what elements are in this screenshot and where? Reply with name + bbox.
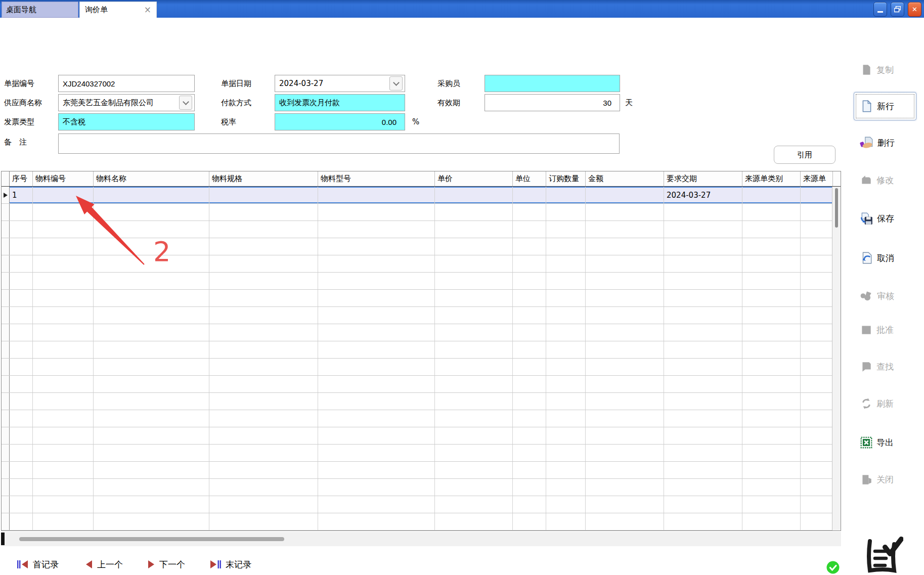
table-cell[interactable] (742, 341, 801, 358)
table-cell[interactable] (546, 445, 586, 461)
table-cell[interactable] (513, 324, 546, 341)
table-cell[interactable]: 1 (10, 187, 33, 203)
first-record-button[interactable]: 首记录 (17, 556, 59, 572)
table-cell[interactable] (209, 238, 318, 255)
table-cell[interactable] (435, 307, 513, 324)
table-cell[interactable] (586, 324, 664, 341)
table-cell[interactable] (513, 496, 546, 513)
row-gutter[interactable] (2, 341, 10, 358)
supplier-combo[interactable]: 东莞美艺五金制品有限公司 (58, 94, 195, 111)
table-cell[interactable] (546, 290, 586, 306)
col-header-required-date[interactable]: 要求交期 (664, 171, 742, 186)
table-cell[interactable] (10, 238, 33, 255)
table-cell[interactable] (801, 307, 833, 324)
horizontal-scrollbar-thumb[interactable] (19, 537, 284, 541)
table-cell[interactable] (318, 187, 435, 203)
table-cell[interactable] (664, 273, 742, 289)
row-gutter[interactable] (2, 273, 10, 289)
payment-field[interactable]: 收到发票次月付款 (275, 94, 405, 111)
table-cell[interactable] (94, 427, 209, 444)
row-gutter[interactable] (2, 496, 10, 513)
doc-no-input[interactable] (58, 75, 195, 92)
table-cell[interactable] (318, 376, 435, 392)
table-cell[interactable] (318, 341, 435, 358)
chevron-down-icon[interactable] (389, 76, 403, 91)
table-cell[interactable] (742, 204, 801, 220)
table-cell[interactable] (209, 273, 318, 289)
table-cell[interactable] (209, 221, 318, 238)
table-cell[interactable] (33, 273, 94, 289)
table-cell[interactable] (94, 513, 209, 530)
table-cell[interactable] (435, 290, 513, 306)
table-cell[interactable] (10, 376, 33, 392)
table-cell[interactable] (801, 273, 833, 289)
table-cell[interactable] (586, 341, 664, 358)
table-cell[interactable] (209, 479, 318, 496)
table-cell[interactable] (513, 238, 546, 255)
table-cell[interactable] (513, 410, 546, 427)
table-cell[interactable] (94, 204, 209, 220)
restore-button[interactable] (891, 2, 904, 17)
table-cell[interactable] (435, 376, 513, 392)
table-cell[interactable] (664, 479, 742, 496)
table-cell[interactable] (801, 221, 833, 238)
table-cell[interactable] (33, 410, 94, 427)
table-cell[interactable] (801, 238, 833, 255)
table-cell[interactable] (33, 359, 94, 375)
table-cell[interactable] (546, 187, 586, 203)
table-row[interactable] (2, 324, 841, 341)
table-row[interactable] (2, 479, 841, 496)
table-cell[interactable] (33, 445, 94, 461)
row-gutter[interactable] (2, 462, 10, 478)
table-cell[interactable] (742, 393, 801, 410)
table-cell[interactable] (94, 341, 209, 358)
table-cell[interactable] (664, 290, 742, 306)
table-cell[interactable] (513, 221, 546, 238)
table-cell[interactable] (801, 513, 833, 530)
table-cell[interactable] (318, 410, 435, 427)
table-cell[interactable] (801, 427, 833, 444)
table-cell[interactable] (33, 204, 94, 220)
table-cell[interactable] (801, 410, 833, 427)
table-cell[interactable] (801, 341, 833, 358)
table-cell[interactable] (546, 479, 586, 496)
table-cell[interactable] (801, 462, 833, 478)
row-gutter[interactable] (2, 410, 10, 427)
table-cell[interactable] (664, 324, 742, 341)
last-record-button[interactable]: 末记录 (209, 556, 251, 572)
col-header-material-name[interactable]: 物料名称 (94, 171, 209, 186)
table-cell[interactable] (801, 255, 833, 272)
table-cell[interactable] (513, 427, 546, 444)
row-gutter[interactable] (2, 359, 10, 375)
table-cell[interactable] (664, 341, 742, 358)
table-cell[interactable] (586, 410, 664, 427)
table-cell[interactable] (513, 187, 546, 203)
table-cell[interactable] (318, 255, 435, 272)
minimize-button[interactable] (873, 2, 887, 17)
table-cell[interactable] (10, 427, 33, 444)
table-row[interactable] (2, 341, 841, 359)
table-cell[interactable] (209, 445, 318, 461)
table-cell[interactable] (209, 307, 318, 324)
table-cell[interactable] (513, 255, 546, 272)
table-cell[interactable] (435, 479, 513, 496)
reference-button[interactable]: 引用 (774, 146, 835, 164)
delete-row-button[interactable]: 删行 (854, 128, 916, 157)
row-gutter[interactable] (2, 238, 10, 255)
table-cell[interactable] (318, 307, 435, 324)
col-header-unit[interactable]: 单位 (513, 171, 546, 186)
table-cell[interactable] (33, 427, 94, 444)
table-cell[interactable] (742, 462, 801, 478)
table-cell[interactable] (664, 393, 742, 410)
table-cell[interactable] (10, 290, 33, 306)
table-cell[interactable] (801, 393, 833, 410)
table-cell[interactable] (94, 462, 209, 478)
table-cell[interactable] (664, 238, 742, 255)
table-cell[interactable] (742, 359, 801, 375)
table-cell[interactable] (742, 221, 801, 238)
table-cell[interactable] (209, 324, 318, 341)
table-cell[interactable] (801, 204, 833, 220)
table-row[interactable] (2, 204, 841, 221)
col-header-material-spec[interactable]: 物料规格 (209, 171, 318, 186)
table-cell[interactable] (209, 290, 318, 306)
